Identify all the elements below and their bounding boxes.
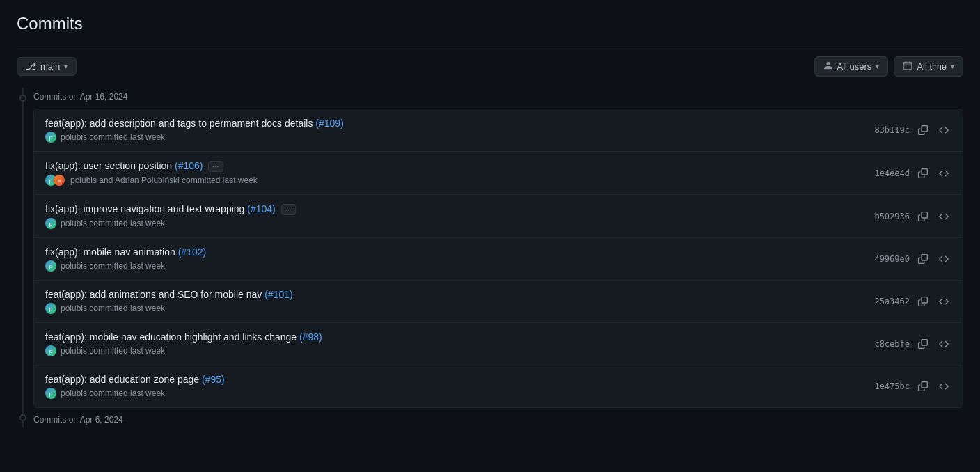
calendar-icon bbox=[903, 61, 912, 72]
commit-info: feat(app): add education zone page (#95)… bbox=[45, 374, 863, 399]
browse-code-button[interactable] bbox=[936, 251, 951, 267]
commit-hash: 1e4ee4d bbox=[874, 168, 910, 178]
commit-title: feat(app): add animations and SEO for mo… bbox=[45, 289, 863, 300]
divider bbox=[17, 45, 963, 45]
commit-info: fix(app): improve navigation and text wr… bbox=[45, 203, 863, 229]
table-row: feat(app): add education zone page (#95)… bbox=[34, 365, 963, 407]
commit-meta: p polubis committed last week bbox=[45, 260, 863, 272]
commit-title: feat(app): add education zone page (#95) bbox=[45, 374, 863, 385]
users-chevron-icon: ▾ bbox=[876, 63, 879, 70]
time-chevron-icon: ▾ bbox=[951, 63, 954, 70]
commit-hash: b502936 bbox=[874, 212, 910, 221]
commit-title: fix(app): user section position (#106) ·… bbox=[45, 160, 863, 172]
commit-meta: p polubis committed last week bbox=[45, 345, 863, 356]
commit-author-time: polubis committed last week bbox=[61, 346, 165, 356]
commit-info: feat(app): add animations and SEO for mo… bbox=[45, 289, 863, 314]
browse-code-button[interactable] bbox=[936, 336, 951, 352]
browse-code-button[interactable] bbox=[936, 166, 951, 181]
commit-actions: 83b119c bbox=[874, 123, 951, 138]
pr-link[interactable]: (#98) bbox=[299, 331, 322, 343]
pr-link[interactable]: (#104) bbox=[247, 203, 275, 214]
commit-actions: b502936 bbox=[874, 209, 951, 224]
copy-hash-button[interactable] bbox=[915, 336, 931, 352]
pr-link[interactable]: (#95) bbox=[202, 374, 225, 385]
commit-hash: 25a3462 bbox=[874, 297, 910, 306]
timeline-section: Commits on Apr 16, 2024 feat(app): add d… bbox=[17, 88, 963, 427]
commit-hash: c8cebfe bbox=[874, 339, 910, 349]
table-row: feat(app): mobile nav education highligh… bbox=[34, 323, 963, 365]
browse-code-button[interactable] bbox=[936, 294, 951, 309]
branch-button[interactable]: ⎇ main ▾ bbox=[17, 57, 77, 76]
avatar: p bbox=[45, 388, 56, 399]
branch-label: main bbox=[40, 61, 60, 72]
ellipsis-badge[interactable]: ··· bbox=[208, 161, 223, 172]
commit-title: feat(app): add description and tags to p… bbox=[45, 118, 863, 129]
all-users-label: All users bbox=[837, 61, 872, 72]
table-row: fix(app): user section position (#106) ·… bbox=[34, 152, 963, 195]
commit-title: fix(app): mobile nav animation (#102) bbox=[45, 246, 863, 258]
commit-info: fix(app): user section position (#106) ·… bbox=[45, 160, 863, 186]
avatar: a bbox=[54, 175, 65, 186]
commit-actions: 1e475bc bbox=[874, 379, 951, 394]
pr-link[interactable]: (#109) bbox=[315, 118, 343, 129]
avatar: p bbox=[45, 218, 56, 229]
commit-hash: 83b119c bbox=[874, 125, 910, 135]
copy-hash-button[interactable] bbox=[915, 209, 931, 224]
all-users-button[interactable]: All users ▾ bbox=[814, 56, 889, 77]
copy-hash-button[interactable] bbox=[915, 251, 931, 267]
section-date-label: Commits on Apr 16, 2024 bbox=[33, 92, 127, 102]
toolbar: ⎇ main ▾ All users ▾ All time ▾ bbox=[17, 56, 963, 77]
ellipsis-badge[interactable]: ··· bbox=[281, 204, 296, 215]
commit-info: fix(app): mobile nav animation (#102) p … bbox=[45, 246, 863, 272]
browse-code-button[interactable] bbox=[936, 123, 951, 138]
bottom-section-dot bbox=[19, 414, 26, 421]
copy-hash-button[interactable] bbox=[915, 294, 931, 309]
avatar: p bbox=[45, 260, 56, 272]
commit-title: fix(app): improve navigation and text wr… bbox=[45, 203, 863, 215]
page-container: Commits ⎇ main ▾ All users ▾ All time bbox=[0, 0, 980, 441]
browse-code-button[interactable] bbox=[936, 209, 951, 224]
pr-link[interactable]: (#102) bbox=[178, 246, 206, 258]
copy-hash-button[interactable] bbox=[915, 123, 931, 138]
pr-link[interactable]: (#101) bbox=[264, 289, 292, 300]
double-avatar: p a bbox=[45, 175, 65, 186]
bottom-section-header: Commits on Apr 6, 2024 bbox=[33, 408, 963, 427]
browse-code-button[interactable] bbox=[936, 379, 951, 394]
table-row: feat(app): add animations and SEO for mo… bbox=[34, 281, 963, 323]
commit-meta: p polubis committed last week bbox=[45, 132, 863, 143]
commit-hash: 1e475bc bbox=[874, 381, 910, 391]
section-dot bbox=[19, 95, 26, 102]
table-row: fix(app): mobile nav animation (#102) p … bbox=[34, 238, 963, 281]
commit-author-time: polubis committed last week bbox=[61, 304, 165, 313]
page-title: Commits bbox=[17, 14, 963, 33]
commit-info: feat(app): add description and tags to p… bbox=[45, 118, 863, 143]
commit-author-time: polubis committed last week bbox=[61, 388, 165, 398]
toolbar-left: ⎇ main ▾ bbox=[17, 57, 77, 76]
toolbar-right: All users ▾ All time ▾ bbox=[814, 56, 963, 77]
bottom-section-date-label: Commits on Apr 6, 2024 bbox=[33, 415, 123, 425]
avatar: p bbox=[45, 345, 56, 356]
all-time-button[interactable]: All time ▾ bbox=[894, 56, 963, 77]
timeline-line bbox=[22, 88, 24, 427]
copy-hash-button[interactable] bbox=[915, 379, 931, 394]
commit-hash: 49969e0 bbox=[874, 254, 910, 264]
branch-chevron-icon: ▾ bbox=[64, 63, 68, 70]
pr-link[interactable]: (#106) bbox=[175, 160, 203, 171]
commit-author-time: polubis committed last week bbox=[61, 261, 165, 271]
avatar: p bbox=[45, 132, 56, 143]
user-icon bbox=[823, 61, 833, 72]
commit-author-time: polubis committed last week bbox=[61, 132, 165, 142]
table-row: fix(app): improve navigation and text wr… bbox=[34, 195, 963, 238]
commit-title: feat(app): mobile nav education highligh… bbox=[45, 331, 863, 343]
commits-list: feat(app): add description and tags to p… bbox=[33, 109, 963, 408]
commit-meta: p polubis committed last week bbox=[45, 388, 863, 399]
copy-hash-button[interactable] bbox=[915, 166, 931, 181]
commit-author-time: polubis and Adrian Połubiński committed … bbox=[70, 175, 258, 185]
commit-actions: 1e4ee4d bbox=[874, 166, 951, 181]
section-header: Commits on Apr 16, 2024 bbox=[33, 88, 963, 109]
commit-author-time: polubis committed last week bbox=[61, 219, 165, 228]
commit-actions: 25a3462 bbox=[874, 294, 951, 309]
commit-actions: 49969e0 bbox=[874, 251, 951, 267]
commit-info: feat(app): mobile nav education highligh… bbox=[45, 331, 863, 356]
avatar: p bbox=[45, 303, 56, 314]
